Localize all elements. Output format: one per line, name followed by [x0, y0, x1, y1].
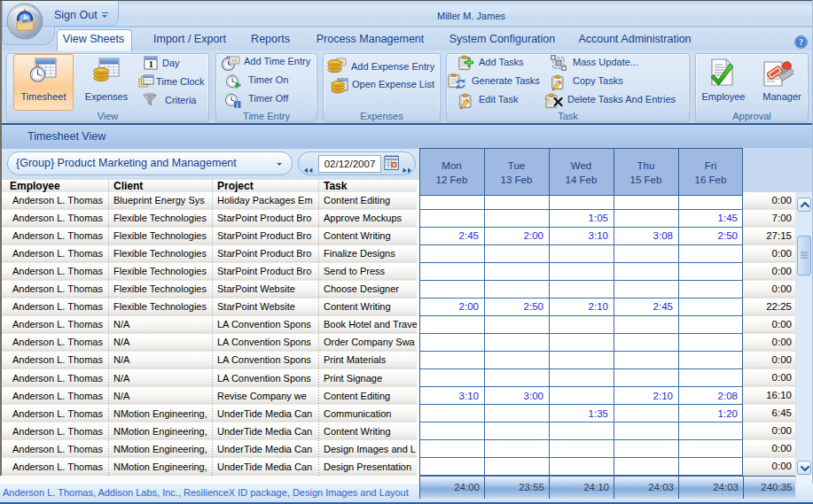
svg-text:?: ?: [799, 37, 803, 47]
svg-text:1: 1: [148, 58, 153, 69]
svg-text:xx: xx: [232, 58, 238, 63]
